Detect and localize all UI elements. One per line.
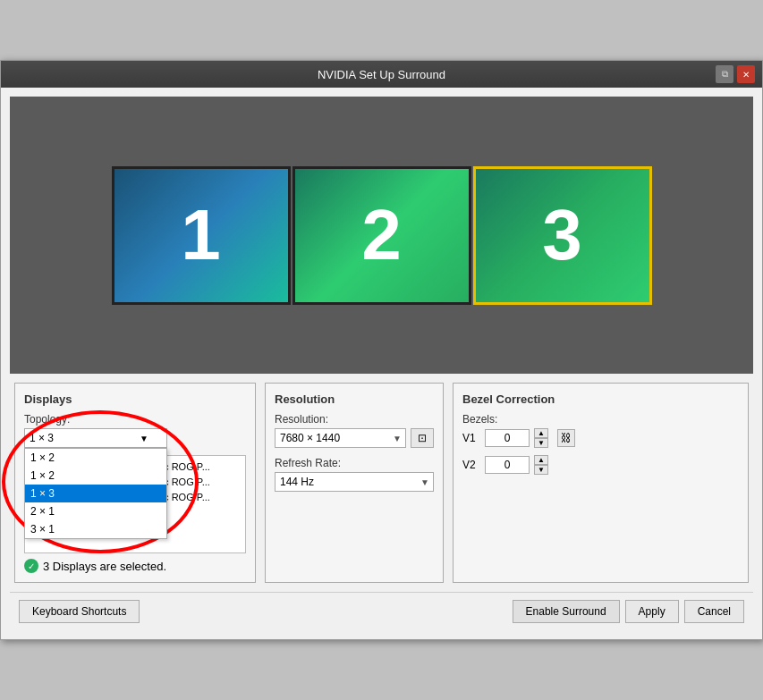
- v2-label: V2: [462, 459, 480, 471]
- main-window: NVIDIA Set Up Surround ⧉ ✕ 1 2 3: [0, 60, 763, 640]
- monitor-3: 3: [473, 166, 652, 305]
- topology-trigger[interactable]: 1 × 3 ▼: [24, 428, 167, 448]
- v2-up-button[interactable]: ▲: [534, 455, 548, 465]
- status-icon: ✓: [24, 559, 38, 573]
- topology-option-2x1[interactable]: 2 × 1: [25, 502, 166, 520]
- v1-label: V1: [462, 432, 480, 444]
- monitor-2: 2: [292, 166, 471, 305]
- monitor-1-label: 1: [181, 194, 221, 276]
- status-row: ✓ 3 Displays are selected.: [24, 559, 246, 573]
- resolution-icon-button[interactable]: ⊡: [411, 428, 434, 448]
- resolution-select-wrapper: 7680 × 1440 ▼: [275, 428, 406, 448]
- topology-current-value: 1 × 3: [30, 432, 54, 444]
- monitors-row: 1 2 3: [112, 166, 652, 305]
- refresh-label: Refresh Rate:: [275, 457, 434, 469]
- v2-down-button[interactable]: ▼: [534, 465, 548, 475]
- title-bar: NVIDIA Set Up Surround ⧉ ✕: [1, 61, 762, 88]
- dropdown-arrow-icon: ▼: [140, 434, 148, 443]
- displays-panel-title: Displays: [24, 392, 246, 406]
- monitor-area: 1 2 3: [10, 97, 753, 374]
- bottom-section: Displays Topology: 1 × 3 ▼ 1 × 2 1 × 2: [10, 383, 753, 583]
- restore-button[interactable]: ⧉: [716, 65, 733, 83]
- title-controls: ⧉ ✕: [716, 65, 755, 83]
- topology-dropdown-list: 1 × 2 1 × 2 1 × 3 2 × 1 3 × 1: [24, 448, 167, 539]
- keyboard-shortcuts-button[interactable]: Keyboard Shortcuts: [19, 600, 140, 623]
- v1-down-button[interactable]: ▼: [534, 438, 548, 448]
- resolution-row: 7680 × 1440 ▼ ⊡: [275, 428, 434, 448]
- resolution-label: Resolution:: [275, 413, 434, 426]
- topology-option-1x2-b[interactable]: 1 × 2: [25, 467, 166, 485]
- link-icon[interactable]: ⛓: [557, 429, 575, 447]
- displays-panel: Displays Topology: 1 × 3 ▼ 1 × 2 1 × 2: [14, 383, 256, 583]
- monitor-2-label: 2: [361, 194, 402, 276]
- close-button[interactable]: ✕: [737, 65, 755, 83]
- topology-label: Topology:: [24, 413, 246, 426]
- status-text: 3 Displays are selected.: [43, 560, 166, 573]
- bezel-v2-row: V2 ▲ ▼: [462, 455, 739, 475]
- cancel-button[interactable]: Cancel: [684, 600, 744, 623]
- refresh-select[interactable]: 144 Hz: [275, 472, 434, 492]
- topology-option-1x2-a[interactable]: 1 × 2: [25, 449, 166, 467]
- resolution-select[interactable]: 7680 × 1440: [275, 428, 406, 448]
- v2-spinner: ▲ ▼: [534, 455, 548, 475]
- v1-spinner: ▲ ▼: [534, 428, 548, 448]
- v1-up-button[interactable]: ▲: [534, 428, 548, 438]
- footer-right: Enable Surround Apply Cancel: [513, 600, 744, 623]
- bezel-v1-row: V1 ▲ ▼ ⛓: [462, 428, 739, 448]
- bezels-label: Bezels:: [462, 413, 739, 426]
- enable-surround-button[interactable]: Enable Surround: [513, 600, 620, 623]
- monitor-3-label: 3: [542, 194, 582, 276]
- footer: Keyboard Shortcuts Enable Surround Apply…: [10, 592, 753, 630]
- monitor-1: 1: [112, 166, 291, 305]
- window-content: 1 2 3 Displays Topology:: [1, 88, 762, 639]
- resolution-panel: Resolution Resolution: 7680 × 1440 ▼ ⊡ R…: [265, 383, 444, 583]
- topology-row: 1 × 3 ▼ 1 × 2 1 × 2 1 × 3 2 × 1 3 × 1: [24, 428, 246, 448]
- topology-option-1x3[interactable]: 1 × 3: [25, 485, 166, 502]
- topology-dropdown[interactable]: 1 × 3 ▼ 1 × 2 1 × 2 1 × 3 2 × 1 3 × 1: [24, 428, 167, 448]
- resolution-panel-title: Resolution: [275, 392, 434, 406]
- bezel-panel-title: Bezel Correction: [462, 392, 739, 406]
- v1-input[interactable]: [485, 429, 530, 447]
- footer-left: Keyboard Shortcuts: [19, 600, 140, 623]
- apply-button[interactable]: Apply: [625, 600, 679, 623]
- window-title: NVIDIA Set Up Surround: [47, 68, 716, 81]
- v2-input[interactable]: [485, 456, 530, 474]
- bezel-panel: Bezel Correction Bezels: V1 ▲ ▼ ⛓ V2 ▲: [453, 383, 749, 583]
- refresh-row: 144 Hz ▼: [275, 472, 434, 492]
- refresh-select-wrapper: 144 Hz ▼: [275, 472, 434, 492]
- topology-option-3x1[interactable]: 3 × 1: [25, 520, 166, 538]
